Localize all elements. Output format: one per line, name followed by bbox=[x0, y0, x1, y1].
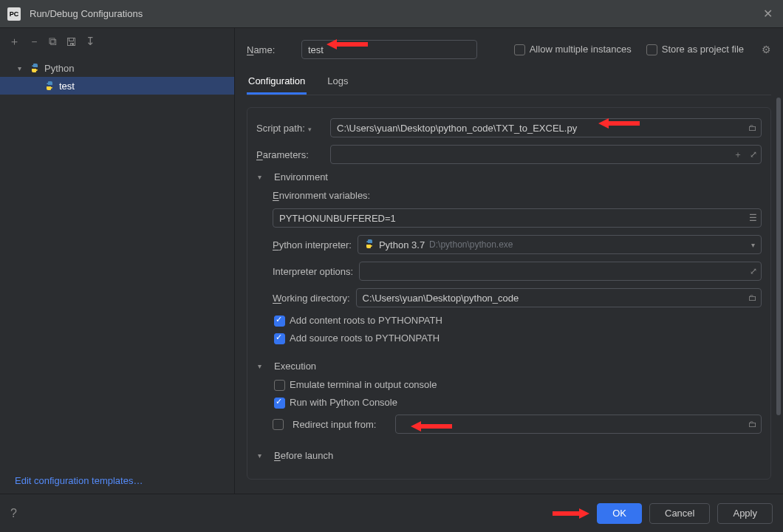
tab-logs[interactable]: Logs bbox=[326, 69, 349, 95]
add-config-icon[interactable]: ＋ bbox=[9, 35, 20, 49]
ok-button[interactable]: OK bbox=[597, 503, 642, 524]
config-tabs: Configuration Logs bbox=[247, 69, 771, 95]
tree-node-label: Python bbox=[44, 63, 74, 74]
sidebar-toolbar: ＋ － ⧉ 🖫 ↧ bbox=[0, 28, 234, 55]
cancel-button[interactable]: Cancel bbox=[649, 503, 710, 524]
name-label: Name: bbox=[247, 44, 288, 55]
env-vars-input[interactable] bbox=[273, 208, 762, 228]
titlebar: PC Run/Debug Configurations ✕ bbox=[0, 0, 783, 28]
svg-marker-3 bbox=[553, 508, 589, 519]
add-content-roots-checkbox[interactable]: Add content roots to PYTHONPATH bbox=[274, 315, 442, 327]
working-dir-label: Working directory: bbox=[273, 293, 350, 304]
environment-section[interactable]: ▾ Environment bbox=[258, 171, 762, 183]
tree-node-label: test bbox=[59, 81, 75, 92]
chevron-down-icon: ▾ bbox=[258, 451, 267, 460]
edit-templates-link[interactable]: Edit configuration templates… bbox=[0, 468, 234, 494]
gear-icon[interactable]: ⚙ bbox=[762, 44, 771, 55]
interpreter-opts-label: Interpreter options: bbox=[273, 266, 353, 277]
tab-configuration[interactable]: Configuration bbox=[247, 69, 307, 95]
chevron-down-icon[interactable]: ▾ bbox=[308, 126, 312, 133]
redirect-input-checkbox[interactable]: Redirect input from: bbox=[273, 419, 389, 430]
add-source-roots-checkbox[interactable]: Add source roots to PYTHONPATH bbox=[274, 332, 440, 344]
name-input[interactable] bbox=[301, 40, 477, 59]
python-file-icon bbox=[44, 81, 55, 91]
python-icon bbox=[364, 239, 375, 251]
config-tree: ▾ Python test bbox=[0, 55, 234, 468]
content-panel: Name: Allow multiple instances Store as … bbox=[235, 28, 783, 494]
execution-section[interactable]: ▾ Execution bbox=[258, 361, 762, 372]
form-panel: Script path:▾ 🗀 Parameters: ＋ ⤢ ▾ bbox=[247, 107, 771, 480]
save-config-icon[interactable]: 🖫 bbox=[66, 35, 77, 48]
close-icon[interactable]: ✕ bbox=[760, 4, 776, 24]
sort-config-icon[interactable]: ↧ bbox=[86, 35, 95, 48]
chevron-down-icon: ▾ bbox=[258, 362, 267, 370]
chevron-down-icon: ▾ bbox=[18, 64, 27, 72]
script-path-input[interactable] bbox=[330, 118, 762, 137]
interpreter-label: Python interpreter: bbox=[273, 239, 352, 250]
help-icon[interactable]: ? bbox=[10, 507, 17, 520]
remove-config-icon[interactable]: － bbox=[29, 35, 40, 49]
sidebar: ＋ － ⧉ 🖫 ↧ ▾ Python test Edit configurati… bbox=[0, 28, 235, 494]
store-project-checkbox[interactable]: Store as project file bbox=[646, 44, 744, 55]
dialog-footer: ? OK Cancel Apply bbox=[0, 494, 783, 532]
parameters-input[interactable] bbox=[330, 145, 762, 164]
env-vars-label: Environment variables: bbox=[273, 190, 370, 201]
apply-button[interactable]: Apply bbox=[717, 503, 773, 524]
scrollbar[interactable] bbox=[776, 98, 781, 415]
window-title: Run/Debug Configurations bbox=[30, 8, 760, 19]
copy-config-icon[interactable]: ⧉ bbox=[49, 35, 57, 48]
redirect-input-field[interactable] bbox=[395, 415, 762, 434]
pycharm-icon: PC bbox=[7, 7, 21, 21]
tree-node-test[interactable]: test bbox=[0, 77, 234, 95]
chevron-down-icon: ▾ bbox=[751, 241, 755, 249]
chevron-down-icon: ▾ bbox=[258, 173, 267, 181]
interpreter-dropdown[interactable]: Python 3.7 D:\python\python.exe ▾ bbox=[358, 235, 762, 254]
python-icon bbox=[30, 63, 40, 73]
allow-multiple-checkbox[interactable]: Allow multiple instances bbox=[514, 44, 632, 55]
before-launch-section[interactable]: ▾ Before launch bbox=[258, 450, 762, 461]
parameters-label: Parameters: bbox=[256, 149, 324, 160]
annotation-arrow bbox=[553, 507, 589, 520]
interpreter-opts-input[interactable] bbox=[359, 262, 762, 281]
emulate-terminal-checkbox[interactable]: Emulate terminal in output console bbox=[274, 379, 437, 391]
script-path-label: Script path:▾ bbox=[256, 123, 324, 134]
run-python-console-checkbox[interactable]: Run with Python Console bbox=[274, 397, 397, 409]
tree-node-python[interactable]: ▾ Python bbox=[0, 59, 234, 77]
working-dir-input[interactable] bbox=[356, 288, 762, 307]
